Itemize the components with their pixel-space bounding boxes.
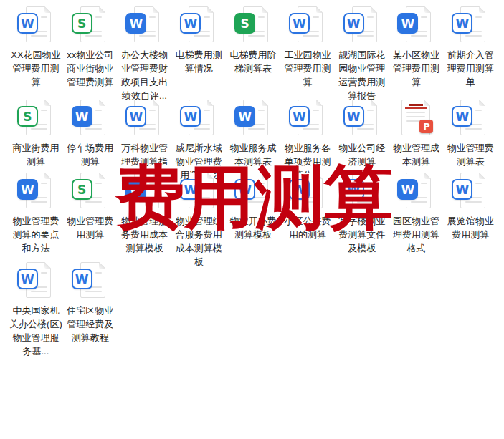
app-badge: W bbox=[125, 106, 146, 127]
word-document-icon: W bbox=[179, 99, 218, 137]
page-text-line bbox=[95, 16, 102, 18]
page-fold-corner bbox=[99, 6, 105, 13]
page-text-line bbox=[367, 110, 374, 111]
page-text-line bbox=[139, 35, 156, 37]
page-fold-corner bbox=[207, 173, 214, 179]
page-fold-corner bbox=[44, 6, 51, 13]
app-badge: W bbox=[180, 13, 201, 34]
page-fold-corner bbox=[316, 100, 323, 106]
page-fold-corner bbox=[153, 6, 159, 13]
app-badge: W bbox=[343, 13, 364, 34]
page-text-line bbox=[149, 16, 156, 18]
file-item[interactable]: W 展览馆物业费用测算 bbox=[443, 172, 498, 269]
word-document-icon: W bbox=[125, 99, 163, 137]
file-item[interactable]: W 物业服务各单项费用测算公式 bbox=[280, 99, 335, 182]
file-name-label: 某小区物业管理费用测算 bbox=[389, 48, 443, 89]
page-text-line bbox=[367, 16, 374, 18]
page-text-line bbox=[41, 110, 47, 111]
file-name-label: 电梯费用测算情况 bbox=[172, 48, 226, 75]
file-item[interactable]: W 万科物业管理费测算指引 bbox=[118, 99, 172, 182]
file-item[interactable]: W 某小区物业管理费用测算 bbox=[389, 6, 444, 102]
word-document-icon: W bbox=[451, 99, 490, 137]
page-text-line bbox=[465, 35, 482, 37]
file-item[interactable]: S xx物业公司商业街物业管理费测算 bbox=[63, 6, 118, 102]
word-document-icon: W bbox=[234, 172, 272, 210]
file-item[interactable]: W 物业管理服务费用成本测算模板 bbox=[118, 172, 172, 269]
app-badge: W bbox=[180, 179, 201, 200]
page-text-line bbox=[85, 128, 102, 130]
app-badge: W bbox=[180, 106, 201, 127]
file-name-label: 中央国家机关办公楼(区)物业管理服务基... bbox=[9, 304, 62, 358]
page-fold-corner bbox=[207, 100, 214, 106]
app-badge: W bbox=[17, 13, 38, 34]
file-item[interactable]: W 小区公共费用的测算 bbox=[280, 172, 335, 269]
presentation-file-icon: P bbox=[396, 99, 435, 137]
file-item[interactable]: W 工业园物业管理费用测算 bbox=[280, 6, 335, 102]
file-item[interactable]: W 物业管理费测算表 bbox=[443, 99, 498, 182]
file-item[interactable]: W 停车场费用测算 bbox=[63, 99, 118, 182]
page-fold-corner bbox=[99, 100, 105, 106]
page-text-line bbox=[303, 201, 319, 203]
file-item[interactable]: W 物业管理费测算的要点和方法 bbox=[9, 172, 63, 269]
app-badge: S bbox=[234, 13, 255, 34]
file-item[interactable]: W 物业服务成本测算表 bbox=[226, 99, 280, 182]
page-text-line bbox=[303, 35, 319, 37]
page-text-line bbox=[258, 183, 265, 184]
word-document-icon: W bbox=[16, 172, 55, 210]
file-name-label: 物业管理费测算表 bbox=[444, 141, 498, 168]
word-document-icon: W bbox=[451, 172, 490, 210]
page-text-line bbox=[31, 128, 47, 130]
app-badge: W bbox=[452, 13, 472, 34]
page-text-line bbox=[31, 35, 47, 37]
file-item[interactable]: W 威尼斯水域物业管理费用测算表 bbox=[171, 99, 226, 182]
file-item[interactable]: W 靓湖国际花园物业管理运营费用测算报告 bbox=[335, 6, 389, 102]
page-fold-corner bbox=[316, 6, 323, 13]
page-text-line bbox=[41, 272, 47, 274]
file-item[interactable]: W XX花园物业管理费用测算 bbox=[9, 6, 63, 102]
word-document-icon: W bbox=[16, 6, 55, 44]
file-item[interactable]: W 物业管理综合服务费用成本测算模板 bbox=[171, 172, 226, 269]
page-fold-corner bbox=[44, 262, 51, 269]
page-text-line bbox=[357, 35, 374, 37]
app-badge: W bbox=[125, 179, 146, 200]
ppt-badge: P bbox=[419, 120, 433, 133]
page-text-line bbox=[411, 35, 427, 37]
file-item[interactable]: S 商业街费用测算 bbox=[9, 99, 63, 182]
page-fold-corner bbox=[44, 173, 51, 179]
file-item[interactable]: W 办公大楼物业管理费财政项目支出绩效自评... bbox=[118, 6, 172, 102]
spreadsheet-file-icon: S bbox=[234, 6, 272, 44]
page-text-line bbox=[194, 35, 210, 37]
page-text-line bbox=[465, 128, 482, 130]
word-document-icon: W bbox=[179, 172, 218, 210]
word-document-icon: W bbox=[396, 6, 435, 44]
file-name-label: 前期介入管理费用测算单 bbox=[444, 48, 498, 89]
page-fold-corner bbox=[262, 173, 268, 179]
word-document-icon: W bbox=[288, 99, 327, 137]
app-badge: W bbox=[234, 106, 255, 127]
word-document-icon: W bbox=[16, 261, 55, 299]
file-item[interactable]: S 电梯费用阶梯测算表 bbox=[226, 6, 280, 102]
file-item[interactable]: W 电梯费用测算情况 bbox=[171, 6, 226, 102]
app-badge: W bbox=[397, 13, 418, 34]
file-item[interactable]: W 物业公司经济测算 bbox=[335, 99, 389, 182]
file-item[interactable]: P 物业管理成本测算 bbox=[389, 99, 444, 182]
file-item[interactable]: W 园区物业管理费用测算格式 bbox=[389, 172, 444, 269]
file-name-label: 物业管理综合服务费用成本测算模板 bbox=[172, 214, 226, 269]
page-fold-corner bbox=[479, 173, 485, 179]
file-name-label: 园区物业管理费用测算格式 bbox=[389, 214, 443, 255]
file-item[interactable]: W 住宅区物业管理经费及测算教程 bbox=[63, 261, 118, 358]
file-item[interactable]: W 中央国家机关办公楼(区)物业管理服务基... bbox=[9, 261, 63, 358]
app-badge: S bbox=[72, 13, 92, 34]
app-badge: W bbox=[125, 13, 146, 34]
file-item[interactable]: W 物业开办费测算模板 bbox=[226, 172, 280, 269]
word-document-icon: W bbox=[234, 99, 272, 137]
file-item[interactable]: W 前期介入管理费用测算单 bbox=[443, 6, 498, 102]
page-text-line bbox=[465, 201, 482, 203]
page-fold-corner bbox=[424, 173, 431, 179]
page-text-line bbox=[85, 291, 102, 292]
file-name-label: 物业管理服务费用成本测算模板 bbox=[118, 214, 171, 255]
file-item[interactable]: W 写字楼物业费测算文件及模板 bbox=[335, 172, 389, 269]
file-item[interactable]: S 物业管理费用测算 bbox=[63, 172, 118, 269]
page-text-line bbox=[258, 110, 265, 111]
page-text-line bbox=[421, 16, 427, 18]
